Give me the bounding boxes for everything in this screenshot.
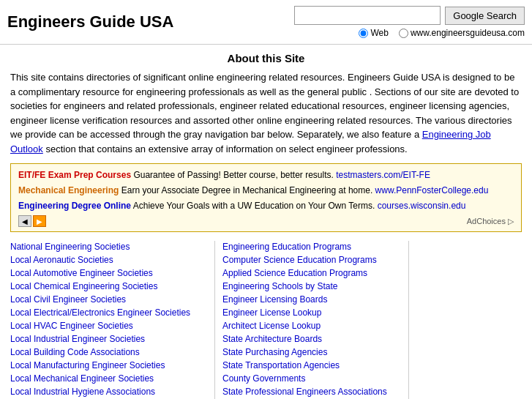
list-item: Engineer Licensing Boards [222,294,401,305]
radio-site-label[interactable]: www.engineersguideusa.com [399,28,525,38]
left-link[interactable]: Local Industrial Hygiene Associations [10,387,155,397]
list-item: Engineer License Lookup [222,307,401,318]
about-text-part2: section that contains an extensive array… [43,143,408,154]
search-area: Google Search Web www.engineersguideusa.… [294,6,525,38]
ad-line-1: EIT/FE Exam Prep Courses Guarantee of Pa… [18,168,514,182]
ad-line2-bold: Mechanical Engineering [18,185,119,195]
ad-line3-link[interactable]: courses.wisconsin.edu [378,201,466,211]
left-link[interactable]: Local Manufacturing Engineer Societies [10,360,165,370]
list-item: Local Electrical/Electronics Engineer So… [10,307,207,318]
list-item: Engineering Education Programs [222,241,401,252]
list-item: Computer Science Education Programs [222,254,401,265]
mid-link[interactable]: State Professional Engineers Association… [222,387,387,397]
list-item: Local Building Code Associations [10,346,207,357]
search-row: Google Search [294,6,525,25]
list-item: County Governments [222,373,401,384]
adchoices-label: AdChoices ▷ [467,217,514,226]
list-item: State Professional Engineers Association… [222,386,401,397]
about-title: About this Site [10,52,522,64]
ad-line3-text: Achieve Your Goals with a UW Education o… [133,201,378,211]
left-link[interactable]: Local Chemical Engineering Societies [10,281,157,291]
about-text: This site contains directories of signif… [10,70,522,156]
radio-site[interactable] [399,29,408,38]
left-link-list: National Engineering SocietiesLocal Aero… [10,241,207,399]
ad-prev-button[interactable]: ◀ [18,215,31,227]
site-title: Engineers Guide USA [7,12,294,31]
ad-line3-bold: Engineering Degree Online [18,201,131,211]
main-content: About this Site This site contains direc… [0,45,532,399]
list-item: Local Manufacturing Engineer Societies [10,359,207,370]
mid-link-list: Engineering Education ProgramsComputer S… [222,241,401,399]
ad-line-3: Engineering Degree Online Achieve Your G… [18,199,514,212]
list-item: Local Industrial Engineer Societies [10,333,207,344]
ad-bottom-row: ◀ ▶ AdChoices ▷ [18,215,514,227]
left-link[interactable]: Local Automotive Engineer Societies [10,268,153,278]
list-item: Architect License Lookup [222,320,401,331]
list-item: Local Industrial Hygiene Associations [10,386,207,397]
right-column [409,241,522,399]
search-button[interactable]: Google Search [445,7,525,25]
list-item: State Transportation Agencies [222,359,401,370]
ad-line2-link[interactable]: www.PennFosterCollege.edu [375,185,489,195]
left-link[interactable]: Local Electrical/Electronics Engineer So… [10,307,190,318]
list-item: Local Automotive Engineer Societies [10,267,207,278]
list-item: Local Aeronautic Societies [10,254,207,265]
mid-link[interactable]: State Purchasing Agencies [222,347,327,357]
list-item: Local Civil Engineer Societies [10,294,207,305]
ad-next-button[interactable]: ▶ [33,215,46,227]
left-link[interactable]: Local Aeronautic Societies [10,255,113,265]
mid-link[interactable]: Engineer Licensing Boards [222,294,327,305]
search-input[interactable] [294,6,441,25]
left-link[interactable]: Local Building Code Associations [10,347,140,357]
list-item: Local Chemical Engineering Societies [10,280,207,291]
list-item: Engineering Schools by State [222,280,401,291]
left-link[interactable]: Local Mechanical Engineer Societies [10,373,154,384]
ad-line1-link[interactable]: testmasters.com/EIT-FE [336,170,430,180]
mid-link[interactable]: Engineer License Lookup [222,307,321,318]
left-column: National Engineering SocietiesLocal Aero… [10,241,215,399]
list-item: Local Mechanical Engineer Societies [10,373,207,384]
mid-link[interactable]: Architect License Lookup [222,321,321,331]
left-link[interactable]: Local HVAC Engineer Societies [10,321,133,331]
mid-link[interactable]: Computer Science Education Programs [222,255,377,265]
ad-line1-bold: EIT/FE Exam Prep Courses [18,170,131,180]
mid-column: Engineering Education ProgramsComputer S… [215,241,409,399]
list-item: State Architecture Boards [222,333,401,344]
list-item: State Purchasing Agencies [222,346,401,357]
mid-link[interactable]: State Transportation Agencies [222,360,340,370]
mid-link[interactable]: Engineering Schools by State [222,281,337,291]
left-link[interactable]: Local Industrial Engineer Societies [10,334,145,344]
ad-banner: EIT/FE Exam Prep Courses Guarantee of Pa… [10,163,522,232]
list-item: Local HVAC Engineer Societies [10,320,207,331]
mid-link[interactable]: County Governments [222,373,305,384]
radio-row: Web www.engineersguideusa.com [359,28,525,38]
header: Engineers Guide USA Google Search Web ww… [0,0,532,45]
ad-line2-text: Earn your Associate Degree in Mechanical… [121,185,375,195]
mid-link[interactable]: Engineering Education Programs [222,242,351,252]
list-item: Applied Science Education Programs [222,267,401,278]
content-grid: National Engineering SocietiesLocal Aero… [10,241,522,399]
list-item: National Engineering Societies [10,241,207,252]
mid-link[interactable]: Applied Science Education Programs [222,268,367,278]
left-link[interactable]: National Engineering Societies [10,242,130,252]
mid-link[interactable]: State Architecture Boards [222,334,322,344]
left-link[interactable]: Local Civil Engineer Societies [10,294,126,305]
radio-web-label[interactable]: Web [359,28,388,38]
ad-line-2: Mechanical Engineering Earn your Associa… [18,184,514,197]
ad-line1-text: Guarantee of Passing! Better course, bet… [133,170,336,180]
ad-arrows: ◀ ▶ [18,215,46,227]
radio-web[interactable] [359,29,368,38]
